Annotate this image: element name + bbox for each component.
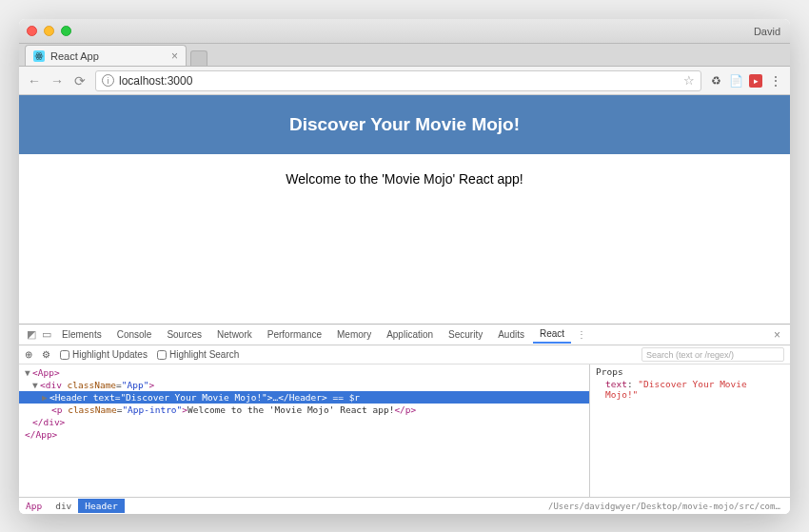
source-file-path[interactable]: /Users/davidgwyer/Desktop/movie-mojo/src… (543, 502, 790, 511)
bookmark-star-icon[interactable]: ☆ (683, 73, 695, 88)
prop-row-text[interactable]: text: "Discover Your Movie Mojo!" (596, 379, 784, 400)
react-search-input[interactable]: Search (text or /regex/) (641, 347, 784, 362)
devtools-tab-sources[interactable]: Sources (160, 326, 208, 343)
component-breadcrumbs: App div Header /Users/davidgwyer/Desktop… (19, 497, 790, 514)
window-title-bar: David (19, 19, 790, 44)
devtools-tab-network[interactable]: Network (210, 326, 259, 343)
device-toggle-icon[interactable]: ▭ (40, 328, 53, 341)
browser-tab-bar: React App × (19, 44, 790, 67)
settings-gear-icon[interactable]: ⚙ (42, 349, 50, 360)
browser-menu-icon[interactable]: ⋮ (768, 73, 782, 88)
react-devtools-toolbar: ⊕ ⚙ Highlight Updates Highlight Search S… (19, 345, 790, 365)
url-text: localhost:3000 (119, 74, 192, 88)
devtools-tab-console[interactable]: Console (110, 326, 159, 343)
crumb-app[interactable]: App (19, 499, 49, 513)
page-viewport: Discover Your Movie Mojo! Welcome to the… (19, 95, 790, 514)
devtools-panel: ◩ ▭ Elements Console Sources Network Per… (19, 324, 790, 514)
crumb-div[interactable]: div (49, 499, 78, 513)
highlight-search-label: Highlight Search (169, 349, 239, 360)
profile-user-label[interactable]: David (754, 26, 780, 37)
scroll-target-icon[interactable]: ⊕ (25, 349, 32, 360)
props-panel-header: Props (596, 366, 784, 377)
component-tree[interactable]: ▼<App> ▼<div className="App"> ▶<Header t… (19, 365, 590, 497)
devtools-tab-elements[interactable]: Elements (55, 326, 109, 343)
tree-node-app[interactable]: <App> (32, 367, 60, 378)
highlight-updates-checkbox[interactable]: Highlight Updates (60, 349, 148, 360)
close-tab-icon[interactable]: × (171, 49, 178, 63)
extension-icon-2[interactable]: 📄 (729, 73, 743, 88)
url-input[interactable]: i localhost:3000 ☆ (95, 70, 701, 91)
devtools-tab-memory[interactable]: Memory (330, 326, 378, 343)
devtools-more-icon[interactable]: ⋮ (573, 329, 590, 340)
devtools-tab-bar: ◩ ▭ Elements Console Sources Network Per… (19, 325, 790, 345)
react-favicon-icon (33, 50, 45, 62)
react-devtools-body: ▼<App> ▼<div className="App"> ▶<Header t… (19, 365, 790, 497)
extension-icon-1[interactable]: ♻︎ (709, 73, 723, 88)
app-intro-text: Welcome to the 'Movie Mojo' React app! (19, 154, 790, 204)
page-body (19, 204, 790, 324)
devtools-tab-security[interactable]: Security (442, 326, 489, 343)
highlight-search-checkbox[interactable]: Highlight Search (157, 349, 239, 360)
devtools-tab-audits[interactable]: Audits (491, 326, 531, 343)
devtools-tab-react[interactable]: React (533, 325, 571, 344)
traffic-lights (27, 26, 71, 36)
site-info-icon[interactable]: i (102, 74, 114, 87)
address-bar: ← → ⟳ i localhost:3000 ☆ ♻︎ 📄 ▸ ⋮ (19, 67, 790, 95)
close-window-button[interactable] (27, 26, 37, 36)
forward-button[interactable]: → (49, 73, 65, 89)
app-header: Discover Your Movie Mojo! (19, 95, 790, 154)
highlight-updates-label: Highlight Updates (72, 349, 148, 360)
extension-icons: ♻︎ 📄 ▸ ⋮ (709, 73, 782, 88)
maximize-window-button[interactable] (61, 26, 71, 36)
extension-icon-3[interactable]: ▸ (749, 74, 762, 88)
devtools-tab-performance[interactable]: Performance (261, 326, 328, 343)
inspect-element-icon[interactable]: ◩ (25, 328, 38, 341)
devtools-close-icon[interactable]: × (770, 328, 784, 342)
browser-tab-active[interactable]: React App × (25, 45, 187, 66)
back-button[interactable]: ← (27, 73, 42, 89)
browser-window: David React App × ← → ⟳ i localhost:3000… (19, 19, 790, 514)
props-panel: Props text: "Discover Your Movie Mojo!" (590, 365, 790, 497)
devtools-tab-application[interactable]: Application (380, 326, 440, 343)
crumb-header[interactable]: Header (78, 499, 124, 513)
app-hero-title: Discover Your Movie Mojo! (289, 114, 520, 135)
minimize-window-button[interactable] (44, 26, 54, 36)
svg-point-0 (38, 55, 40, 57)
reload-button[interactable]: ⟳ (72, 73, 88, 89)
tree-node-header-selected[interactable]: ▶<Header text="Discover Your Movie Mojo!… (19, 391, 589, 404)
tab-title: React App (50, 50, 99, 62)
new-tab-button[interactable] (190, 50, 207, 66)
